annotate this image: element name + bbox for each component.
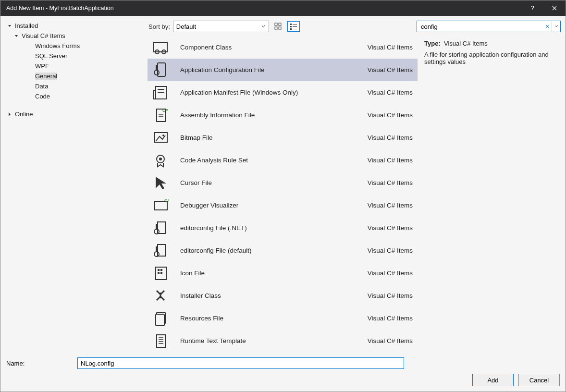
- template-item-name: Application Manifest File (Windows Only): [180, 89, 368, 96]
- editorconfig-icon: [151, 219, 171, 237]
- template-item[interactable]: Resources FileVisual C# Items: [148, 307, 418, 330]
- editorconfig-icon: [151, 242, 171, 260]
- template-item[interactable]: Installer ClassVisual C# Items: [148, 284, 418, 307]
- template-item-lang: Visual C# Items: [368, 89, 413, 96]
- svg-rect-3: [275, 27, 277, 29]
- sort-by-select[interactable]: Default: [173, 21, 269, 32]
- tree-visual-csharp-items[interactable]: Visual C# Items: [5, 31, 140, 41]
- cursor-icon: [151, 174, 171, 192]
- template-list[interactable]: Component ClassVisual C# ItemsApplicatio…: [148, 36, 418, 352]
- tree-installed[interactable]: Installed: [5, 21, 140, 31]
- titlebar: Add New Item - MyFirstBatchApplication ?: [0, 0, 566, 16]
- bitmap-icon: [151, 129, 171, 147]
- tree-child-sql-server[interactable]: SQL Server: [5, 51, 140, 61]
- name-input[interactable]: [77, 357, 404, 369]
- tree-child-label: SQL Server: [35, 52, 67, 60]
- template-item[interactable]: Application Configuration FileVisual C# …: [148, 59, 418, 81]
- template-item[interactable]: Runtime Text TemplateVisual C# Items: [148, 330, 418, 352]
- template-item-lang: Visual C# Items: [368, 134, 413, 141]
- info-type-label: Type:: [424, 40, 441, 47]
- middle-pane: Sort by: Default: [145, 16, 566, 355]
- tree-child-label: WPF: [35, 62, 49, 70]
- info-pane: Type: Visual C# Items A file for storing…: [418, 34, 566, 352]
- template-item-name: Component Class: [180, 44, 368, 51]
- tree-online[interactable]: Online: [5, 109, 140, 119]
- search-dropdown-button[interactable]: [552, 21, 560, 32]
- dialog-window: Add New Item - MyFirstBatchApplication ?…: [0, 0, 566, 392]
- component-icon: [151, 38, 171, 57]
- svg-rect-5: [290, 24, 292, 25]
- template-item-name: Icon File: [180, 270, 368, 277]
- view-list-button[interactable]: [287, 21, 300, 32]
- template-item-lang: Visual C# Items: [368, 202, 413, 209]
- ruleset-icon: [151, 151, 171, 170]
- name-bar: Name:: [0, 355, 566, 371]
- tree-online-label: Online: [15, 110, 33, 118]
- help-icon: ?: [530, 5, 535, 12]
- tree-child-label: Data: [35, 83, 48, 90]
- template-item[interactable]: Cursor FileVisual C# Items: [148, 172, 418, 194]
- footer: Add Cancel: [0, 371, 566, 392]
- sort-by-label: Sort by:: [148, 23, 170, 30]
- template-item[interactable]: Code Analysis Rule SetVisual C# Items: [148, 149, 418, 172]
- template-item[interactable]: Debugger VisualizerVisual C# Items: [148, 194, 418, 217]
- window-title: Add New Item - MyFirstBatchApplication: [6, 5, 521, 12]
- template-item-lang: Visual C# Items: [368, 157, 413, 164]
- config-icon: [151, 61, 171, 79]
- svg-rect-6: [293, 24, 297, 24]
- svg-rect-2: [279, 23, 281, 25]
- iconfile-icon: [151, 264, 171, 282]
- svg-rect-9: [290, 28, 292, 30]
- tree-child-label: Code: [35, 93, 50, 100]
- template-item-lang: Visual C# Items: [368, 337, 413, 344]
- template-item-name: Debugger Visualizer: [180, 202, 368, 209]
- template-item-lang: Visual C# Items: [368, 315, 413, 322]
- tree-child-windows-forms[interactable]: Windows Forms: [5, 41, 140, 51]
- template-item[interactable]: editorconfig File (default)Visual C# Ite…: [148, 239, 418, 262]
- template-item-name: Bitmap File: [180, 134, 368, 141]
- visualizer-icon: [151, 196, 171, 215]
- info-type-value: Visual C# Items: [444, 40, 488, 47]
- help-button[interactable]: ?: [521, 0, 543, 16]
- template-item[interactable]: Component ClassVisual C# Items: [148, 36, 418, 59]
- resources-icon: [151, 309, 171, 328]
- category-tree: Installed Visual C# Items Windows FormsS…: [0, 16, 145, 355]
- manifest-icon: [151, 84, 171, 102]
- template-item[interactable]: Icon FileVisual C# Items: [148, 262, 418, 284]
- svg-rect-1: [275, 23, 277, 25]
- template-item-lang: Visual C# Items: [368, 247, 413, 254]
- template-item-lang: Visual C# Items: [368, 44, 413, 51]
- cancel-button[interactable]: Cancel: [518, 374, 560, 386]
- tiles-icon: [274, 23, 282, 30]
- tree-child-code[interactable]: Code: [5, 91, 140, 101]
- template-item[interactable]: editorconfig File (.NET)Visual C# Items: [148, 217, 418, 239]
- svg-rect-8: [293, 26, 297, 27]
- svg-rect-4: [279, 27, 281, 29]
- view-tiles-button[interactable]: [272, 21, 284, 32]
- add-button[interactable]: Add: [472, 374, 514, 386]
- installer-icon: [151, 287, 171, 305]
- tree-child-general[interactable]: General: [5, 71, 140, 81]
- template-item[interactable]: Application Manifest File (Windows Only)…: [148, 81, 418, 104]
- search-input[interactable]: [420, 23, 543, 31]
- template-item-name: Cursor File: [180, 179, 368, 186]
- template-item-lang: Visual C# Items: [368, 270, 413, 277]
- template-item-name: Installer Class: [180, 292, 368, 299]
- tree-child-wpf[interactable]: WPF: [5, 61, 140, 71]
- svg-rect-7: [290, 26, 292, 27]
- close-button[interactable]: [543, 0, 566, 16]
- tree-child-label: General: [35, 73, 57, 80]
- assemblyinfo-icon: [151, 106, 171, 124]
- template-item-name: Assembly Information File: [180, 111, 368, 119]
- search-box[interactable]: ×: [417, 21, 561, 32]
- template-item-lang: Visual C# Items: [368, 179, 413, 186]
- template-item[interactable]: Bitmap FileVisual C# Items: [148, 126, 418, 149]
- list-icon: [290, 23, 297, 30]
- template-item-name: Resources File: [180, 315, 368, 322]
- tree-child-data[interactable]: Data: [5, 81, 140, 91]
- template-item-name: editorconfig File (default): [180, 247, 368, 254]
- template-item[interactable]: Assembly Information FileVisual C# Items: [148, 104, 418, 126]
- search-clear-button[interactable]: ×: [543, 23, 552, 30]
- chevron-down-icon: [7, 24, 12, 28]
- info-description: A file for storing application configura…: [424, 51, 559, 65]
